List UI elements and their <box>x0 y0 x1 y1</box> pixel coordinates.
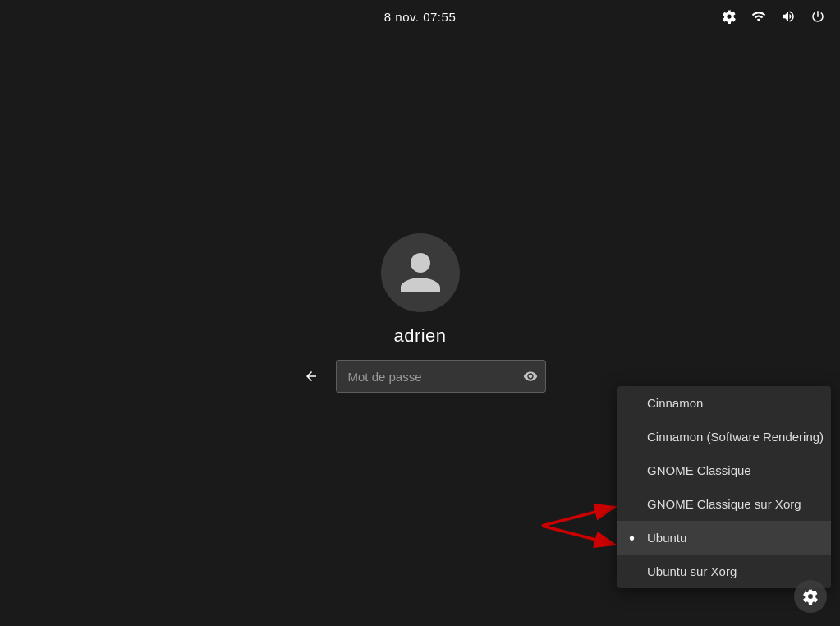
username-label: adrien <box>393 325 446 347</box>
bottom-settings-button[interactable] <box>794 580 827 613</box>
session-menu: CinnamonCinnamon (Software Rendering)GNO… <box>617 386 831 588</box>
top-bar: 8 nov. 07:55 <box>0 0 840 33</box>
volume-icon[interactable] <box>779 7 797 25</box>
top-bar-icons <box>720 7 827 25</box>
settings-icon[interactable] <box>720 7 738 25</box>
password-input[interactable] <box>336 360 546 393</box>
password-input-wrap <box>336 360 546 393</box>
avatar <box>381 233 460 312</box>
bottom-settings <box>794 580 827 613</box>
login-area: adrien <box>295 233 546 393</box>
session-menu-item-2[interactable]: GNOME Classique <box>617 453 831 487</box>
network-icon[interactable] <box>750 7 768 25</box>
datetime-display: 8 nov. 07:55 <box>384 10 456 24</box>
session-menu-item-4[interactable]: Ubuntu <box>617 521 831 555</box>
svg-line-2 <box>542 508 612 526</box>
password-row <box>295 360 546 393</box>
session-menu-item-1[interactable]: Cinnamon (Software Rendering) <box>617 420 831 453</box>
show-password-icon[interactable] <box>523 369 538 384</box>
session-menu-item-0[interactable]: Cinnamon <box>617 386 831 420</box>
power-icon[interactable] <box>809 7 827 25</box>
session-menu-item-3[interactable]: GNOME Classique sur Xorg <box>617 487 831 521</box>
back-button[interactable] <box>295 360 328 393</box>
svg-line-3 <box>542 526 612 544</box>
